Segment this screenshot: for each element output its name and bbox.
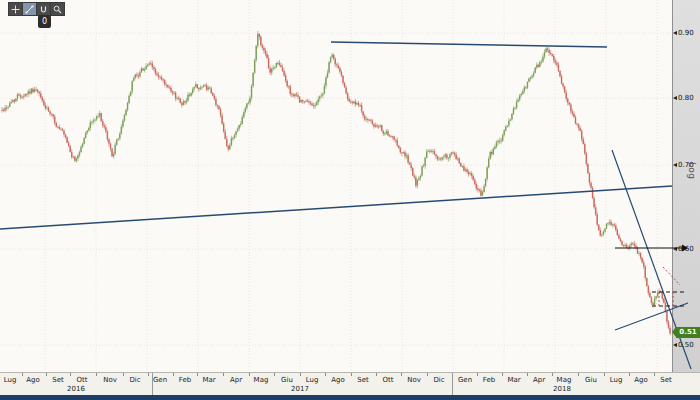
magnet-tool[interactable] bbox=[37, 3, 51, 15]
support-trendline[interactable] bbox=[0, 186, 672, 229]
objects-count-badge[interactable]: 0 bbox=[38, 15, 51, 28]
trading-chart-window: 0.900.800.700.600.50 Log 0.51 LugAgoSetO… bbox=[0, 0, 700, 400]
magnifier-icon bbox=[53, 5, 62, 14]
red-dashed-line[interactable] bbox=[663, 267, 680, 285]
trendline-tool[interactable] bbox=[23, 3, 37, 15]
price-tag-arrow-icon bbox=[672, 327, 676, 337]
gridlines bbox=[0, 0, 672, 372]
drawing-toolbar bbox=[8, 2, 65, 16]
zoom-tool[interactable] bbox=[51, 3, 64, 15]
log-scale-label[interactable]: Log bbox=[687, 162, 697, 180]
trendline-icon bbox=[25, 5, 34, 14]
cursor-tool[interactable] bbox=[9, 3, 23, 15]
cursor-cross-icon bbox=[11, 5, 20, 14]
bottom-frame-bar bbox=[0, 395, 700, 400]
current-price-value: 0.51 bbox=[679, 328, 696, 336]
candlestick-series bbox=[1, 31, 670, 336]
magnet-icon bbox=[39, 5, 48, 14]
current-price-label: 0.51 bbox=[676, 327, 700, 338]
arrow-annotation-head bbox=[682, 245, 688, 252]
resistance-trendline[interactable] bbox=[331, 42, 607, 47]
price-chart-canvas[interactable] bbox=[0, 0, 700, 400]
